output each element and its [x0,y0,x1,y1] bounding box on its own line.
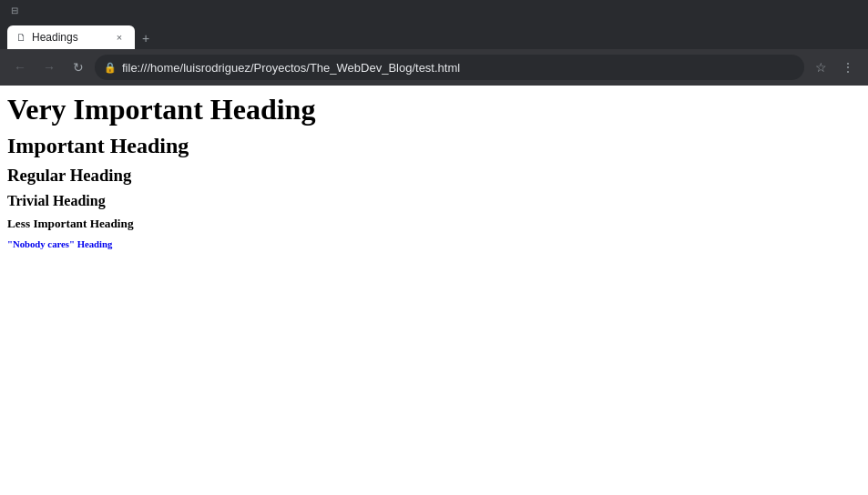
browser-chrome: ⊟ [0,0,868,20]
new-tab-button[interactable]: + [135,27,157,49]
h4-heading: Trivial Heading [7,193,861,209]
forward-button[interactable]: → [36,55,62,80]
h3-heading: Regular Heading [7,166,861,186]
h1-heading: Very Important Heading [7,93,861,126]
address-text: file:///home/luisrodriguez/Proyectos/The… [122,61,460,75]
address-bar[interactable]: 🔒 file:///home/luisrodriguez/Proyectos/T… [95,55,804,80]
tab-bar: 🗋 Headings × + [0,20,868,49]
h6-suffix: Heading [77,238,113,249]
page-content: Very Important Heading Important Heading… [0,86,868,495]
lock-icon: 🔒 [104,62,117,74]
tab-file-icon: 🗋 [16,32,26,43]
tab-close-button[interactable]: × [113,31,126,44]
h6-heading: "Nobody cares" Heading [7,238,861,249]
h6-prefix: "Nobody cares" [7,238,75,249]
tab-title: Headings [32,31,107,44]
h2-heading: Important Heading [7,134,861,158]
bookmark-button[interactable]: ☆ [808,55,833,80]
menu-button[interactable]: ⋮ [835,55,861,80]
back-button[interactable]: ← [7,55,33,80]
active-tab[interactable]: 🗋 Headings × [7,25,135,49]
reload-button[interactable]: ↻ [66,55,91,80]
nav-actions: ☆ ⋮ [808,55,861,80]
navigation-bar: ← → ↻ 🔒 file:///home/luisrodriguez/Proye… [0,49,868,86]
window-icon: ⊟ [7,3,22,17]
window-controls: ⊟ [7,3,22,17]
h5-heading: Less Important Heading [7,217,861,231]
